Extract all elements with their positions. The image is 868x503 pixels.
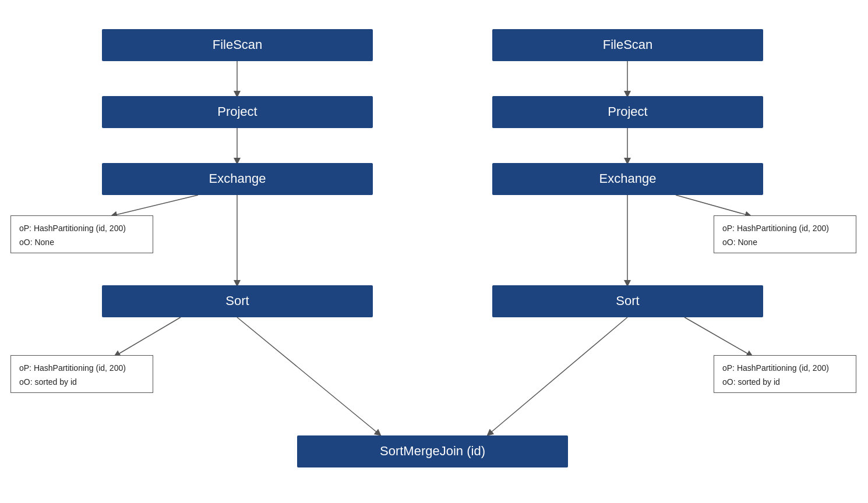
svg-line-8 — [676, 195, 749, 215]
svg-line-11 — [489, 317, 627, 434]
right-sort-node: Sort — [492, 285, 763, 317]
right-filescan-node: FileScan — [492, 29, 763, 61]
svg-line-2 — [114, 195, 198, 215]
right-project-node: Project — [492, 96, 763, 128]
left-sort-node: Sort — [102, 285, 373, 317]
left-project-node: Project — [102, 96, 373, 128]
left-sort-info: oP: HashPartitioning (id, 200) oO: sorte… — [10, 355, 153, 393]
svg-line-4 — [117, 317, 181, 355]
left-exchange-node: Exchange — [102, 163, 373, 195]
left-filescan-node: FileScan — [102, 29, 373, 61]
diagram-container: FileScan Project Exchange oP: HashPartit… — [0, 0, 868, 503]
svg-line-10 — [684, 317, 750, 355]
sort-merge-join-node: SortMergeJoin (id) — [297, 435, 568, 467]
left-exchange-info: oP: HashPartitioning (id, 200) oO: None — [10, 215, 153, 253]
right-sort-info: oP: HashPartitioning (id, 200) oO: sorte… — [714, 355, 856, 393]
right-exchange-info: oP: HashPartitioning (id, 200) oO: None — [714, 215, 856, 253]
right-exchange-node: Exchange — [492, 163, 763, 195]
svg-line-5 — [237, 317, 379, 434]
